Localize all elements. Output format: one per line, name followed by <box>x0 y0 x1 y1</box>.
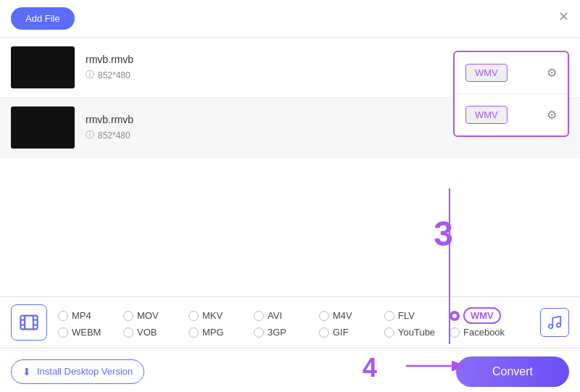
format-badge-2[interactable]: WMV <box>465 106 508 124</box>
radio-webm[interactable] <box>58 328 68 338</box>
format-badge-1[interactable]: WMV <box>465 64 508 82</box>
wmv-label: WMV <box>463 307 501 324</box>
svg-rect-1 <box>20 316 37 330</box>
file-thumbnail-2 <box>11 107 75 149</box>
svg-point-9 <box>557 323 561 328</box>
format-mov[interactable]: MOV <box>123 307 188 324</box>
file-resolution-1: 852*480 <box>98 70 130 80</box>
radio-facebook[interactable] <box>450 328 460 338</box>
radio-mp4[interactable] <box>58 311 68 321</box>
radio-mpg[interactable] <box>188 328 199 338</box>
format-3gp[interactable]: 3GP <box>254 327 319 338</box>
info-icon-2: ⓘ <box>86 129 94 141</box>
info-icon-1: ⓘ <box>86 69 94 81</box>
radio-mkv[interactable] <box>188 311 199 321</box>
add-file-button[interactable]: Add File <box>11 7 75 30</box>
format-mkv[interactable]: MKV <box>188 307 254 324</box>
close-button[interactable]: ✕ <box>558 9 569 25</box>
format-item-1: WMV ⚙ <box>455 52 568 94</box>
radio-vob[interactable] <box>123 328 133 338</box>
radio-m4v[interactable] <box>319 311 329 321</box>
gear-icon-1[interactable]: ⚙ <box>547 66 557 80</box>
format-wmv[interactable]: WMV <box>450 307 515 324</box>
format-webm[interactable]: WEBM <box>58 327 123 338</box>
format-flv[interactable]: FLV <box>384 307 450 324</box>
radio-flv[interactable] <box>384 311 394 321</box>
format-mp4[interactable]: MP4 <box>58 307 123 324</box>
file-thumbnail-1 <box>11 46 75 88</box>
radio-gif[interactable] <box>319 328 329 338</box>
gear-icon-2[interactable]: ⚙ <box>547 108 557 122</box>
format-panel: WMV ⚙ WMV ⚙ <box>453 51 569 137</box>
bottom-format-bar: MP4 MOV MKV AVI M4V FLV WMV <box>0 296 580 349</box>
radio-avi[interactable] <box>254 311 264 321</box>
audio-format-icon-box[interactable] <box>540 308 569 337</box>
video-format-icon-box[interactable] <box>11 304 47 341</box>
format-youtube[interactable]: YouTube <box>384 327 450 338</box>
radio-3gp[interactable] <box>254 328 264 338</box>
step-4-label: 4 <box>362 353 377 383</box>
format-facebook[interactable]: Facebook <box>450 327 515 338</box>
format-avi[interactable]: AVI <box>254 307 319 324</box>
format-vob[interactable]: VOB <box>123 327 188 338</box>
format-m4v[interactable]: M4V <box>319 307 384 324</box>
convert-arrow <box>402 355 475 380</box>
radio-youtube[interactable] <box>384 328 394 338</box>
format-options-grid: MP4 MOV MKV AVI M4V FLV WMV <box>58 307 533 338</box>
svg-point-8 <box>549 325 553 329</box>
radio-mov[interactable] <box>123 311 133 321</box>
action-bar: ⬇ Install Desktop Version Convert <box>0 350 580 392</box>
top-bar: Add File ✕ <box>0 0 580 38</box>
format-item-2: WMV ⚙ <box>455 94 568 135</box>
install-desktop-button[interactable]: ⬇ Install Desktop Version <box>11 359 144 384</box>
radio-wmv-selected[interactable] <box>450 311 460 321</box>
format-mpg[interactable]: MPG <box>188 327 254 338</box>
download-icon: ⬇ <box>22 366 31 378</box>
format-gif[interactable]: GIF <box>319 327 384 338</box>
install-label: Install Desktop Version <box>37 366 133 377</box>
file-resolution-2: 852*480 <box>98 130 130 141</box>
step-3-label: 3 <box>434 214 453 254</box>
